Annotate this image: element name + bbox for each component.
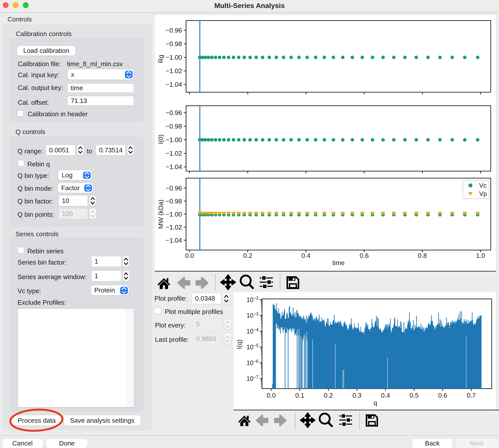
svg-text:0.6: 0.6 [438, 392, 447, 399]
svg-text:10−5: 10−5 [246, 343, 259, 351]
svg-text:I(q): I(q) [235, 340, 243, 349]
svg-text:0.2: 0.2 [324, 392, 333, 399]
svg-text:0.3: 0.3 [352, 392, 361, 399]
svg-text:10−6: 10−6 [246, 359, 259, 366]
svg-text:0.1: 0.1 [295, 392, 304, 399]
svg-text:0.4: 0.4 [381, 392, 390, 399]
svg-text:10−3: 10−3 [246, 311, 259, 319]
svg-text:0.7: 0.7 [467, 392, 476, 399]
svg-text:10−4: 10−4 [246, 327, 259, 335]
svg-text:0.5: 0.5 [409, 392, 419, 399]
svg-text:q: q [374, 399, 377, 407]
svg-text:10−7: 10−7 [246, 375, 259, 382]
svg-text:0.0: 0.0 [267, 392, 276, 399]
svg-text:10−2: 10−2 [246, 296, 259, 303]
